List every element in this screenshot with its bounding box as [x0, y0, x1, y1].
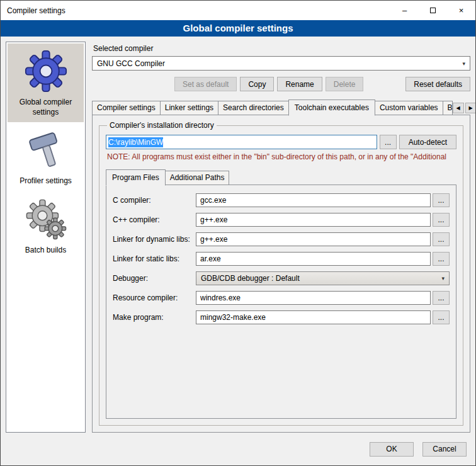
tab-search-directories[interactable]: Search directories — [218, 101, 289, 115]
gray-gears-icon — [25, 198, 67, 241]
field-label: Make program: — [113, 313, 196, 322]
resource-compiler-row: Resource compiler: ... — [113, 291, 450, 305]
compiler-select[interactable]: GNU GCC Compiler ▾ — [92, 56, 470, 71]
settings-tabstrip: Compiler settings Linker settings Search… — [92, 99, 470, 115]
chevron-down-icon: ▾ — [441, 275, 445, 281]
installation-directory-group-title: Compiler's installation directory — [107, 121, 217, 130]
tab-additional-paths[interactable]: Additional Paths — [165, 171, 230, 185]
field-label: Linker for static libs: — [113, 254, 196, 263]
tab-build-options-clipped[interactable]: Buil — [443, 101, 453, 115]
dynamic-linker-input[interactable] — [196, 232, 431, 246]
tab-scroll-buttons: ◀ ▶ — [453, 103, 476, 115]
auto-detect-button[interactable]: Auto-detect — [399, 135, 456, 149]
selected-text: C:\raylib\MinGW — [108, 137, 163, 147]
tab-compiler-settings[interactable]: Compiler settings — [92, 101, 161, 115]
cpp-compiler-browse-button[interactable]: ... — [433, 213, 450, 227]
debugger-select-value: GDB/CDB debugger : Default — [201, 274, 300, 283]
category-sidebar: Global compiler settings Profiler settin… — [6, 42, 86, 433]
dialog-banner: Global compiler settings — [1, 20, 475, 37]
installation-directory-row: C:\raylib\MinGW ... Auto-detect — [106, 135, 456, 149]
sidebar-item-label: Global compiler settings — [9, 98, 82, 117]
main-panel: Selected compiler GNU GCC Compiler ▾ Set… — [92, 42, 470, 433]
tab-custom-variables[interactable]: Custom variables — [375, 101, 443, 115]
sidebar-item-label: Profiler settings — [20, 176, 72, 186]
cancel-button[interactable]: Cancel — [422, 442, 467, 457]
c-compiler-browse-button[interactable]: ... — [433, 193, 450, 207]
window-title: Compiler settings — [1, 6, 390, 15]
sidebar-item-profiler-settings[interactable]: Profiler settings — [8, 122, 84, 191]
installation-directory-group: Compiler's installation directory C:\ray… — [99, 121, 463, 426]
maximize-button[interactable] — [419, 1, 447, 20]
field-label: Resource compiler: — [113, 293, 196, 302]
selected-compiler-label: Selected compiler — [93, 44, 470, 53]
blue-gear-icon — [25, 50, 67, 93]
resource-compiler-browse-button[interactable]: ... — [433, 291, 450, 305]
compiler-select-value: GNU GCC Compiler — [97, 59, 165, 68]
compiler-action-buttons: Set as default Copy Rename Delete Reset … — [92, 77, 470, 91]
dialog-footer: OK Cancel — [1, 438, 475, 465]
tab-toolchain-executables[interactable]: Toolchain executables — [288, 99, 375, 116]
installation-directory-browse-button[interactable]: ... — [380, 135, 397, 149]
maximize-icon — [430, 8, 436, 13]
ok-button[interactable]: OK — [370, 442, 414, 457]
bin-subdirectory-note: NOTE: All programs must exist either in … — [107, 152, 456, 161]
sidebar-item-label: Batch builds — [25, 246, 66, 256]
chevron-down-icon: ▾ — [462, 60, 465, 67]
field-label: C++ compiler: — [113, 215, 196, 224]
field-label: C compiler: — [113, 196, 196, 205]
static-linker-browse-button[interactable]: ... — [433, 252, 450, 266]
field-label: Debugger: — [113, 274, 196, 283]
titlebar: Compiler settings – × — [1, 1, 475, 20]
dialog-body: Global compiler settings Profiler settin… — [1, 37, 475, 438]
make-program-row: Make program: ... — [113, 310, 450, 324]
make-program-browse-button[interactable]: ... — [433, 310, 450, 324]
rename-button[interactable]: Rename — [277, 77, 322, 91]
resource-compiler-input[interactable] — [196, 291, 431, 305]
copy-button[interactable]: Copy — [240, 77, 274, 91]
tab-program-files[interactable]: Program Files — [106, 169, 166, 186]
compiler-settings-window: Compiler settings – × Global compiler se… — [0, 0, 476, 466]
cpp-compiler-input[interactable] — [196, 213, 431, 227]
c-compiler-input[interactable] — [196, 193, 431, 207]
tab-scroll-left-button[interactable]: ◀ — [453, 103, 464, 113]
static-linker-row: Linker for static libs: ... — [113, 252, 450, 266]
delete-button[interactable]: Delete — [326, 77, 364, 91]
installation-directory-input[interactable]: C:\raylib\MinGW — [106, 135, 377, 149]
minimize-button[interactable]: – — [390, 1, 419, 20]
debugger-row: Debugger: GDB/CDB debugger : Default ▾ — [113, 271, 450, 285]
program-files-tabstrip: Program Files Additional Paths — [106, 169, 456, 185]
toolchain-executables-panel: Compiler's installation directory C:\ray… — [92, 115, 470, 433]
profiler-hammer-icon — [25, 128, 67, 171]
tab-scroll-right-button[interactable]: ▶ — [465, 103, 476, 113]
c-compiler-row: C compiler: ... — [113, 193, 450, 207]
set-as-default-button[interactable]: Set as default — [174, 77, 237, 91]
cpp-compiler-row: C++ compiler: ... — [113, 213, 450, 227]
debugger-select[interactable]: GDB/CDB debugger : Default ▾ — [196, 271, 450, 285]
program-files-panel: C compiler: ... C++ compiler: ... Linker… — [106, 185, 456, 419]
tab-linker-settings[interactable]: Linker settings — [160, 101, 218, 115]
sidebar-item-global-compiler-settings[interactable]: Global compiler settings — [8, 43, 84, 122]
field-label: Linker for dynamic libs: — [113, 235, 196, 244]
dynamic-linker-browse-button[interactable]: ... — [433, 232, 450, 246]
reset-defaults-button[interactable]: Reset defaults — [405, 77, 470, 91]
static-linker-input[interactable] — [196, 252, 431, 266]
close-button[interactable]: × — [447, 1, 475, 20]
dynamic-linker-row: Linker for dynamic libs: ... — [113, 232, 450, 246]
sidebar-item-batch-builds[interactable]: Batch builds — [8, 191, 84, 261]
make-program-input[interactable] — [196, 310, 431, 324]
